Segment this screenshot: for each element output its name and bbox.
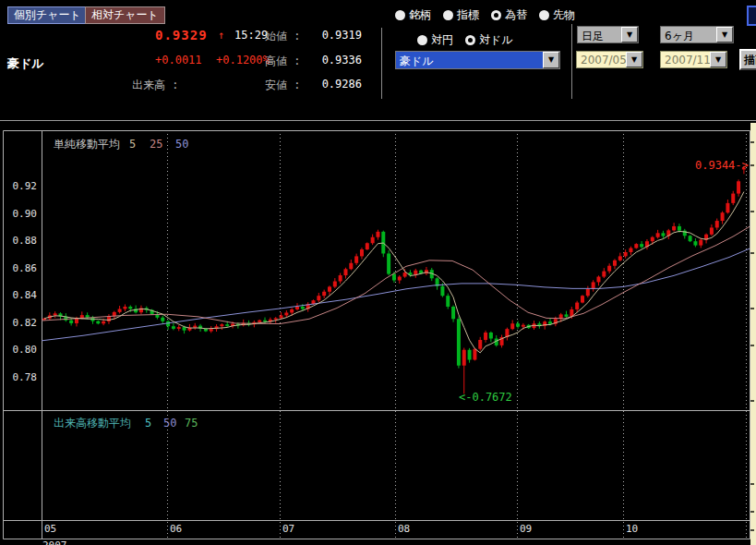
low-annotation: <-0.7672 xyxy=(459,391,512,404)
y-axis-labels: 0.920.900.880.860.840.820.800.78 xyxy=(13,180,38,383)
svg-text:08: 08 xyxy=(398,523,410,535)
svg-text:0.82: 0.82 xyxy=(13,317,38,329)
price-chart-svg: 0.920.900.880.860.840.820.800.7805060708… xyxy=(0,0,756,545)
svg-text:75: 75 xyxy=(185,417,198,430)
high-annotation: 0.9344-> xyxy=(695,159,749,172)
svg-text:単純移動平均: 単純移動平均 xyxy=(54,138,120,151)
svg-text:出来高移動平均: 出来高移動平均 xyxy=(54,417,131,430)
chart-frame xyxy=(4,131,750,539)
svg-text:07: 07 xyxy=(282,523,294,535)
svg-text:06: 06 xyxy=(170,523,182,535)
svg-text:0.90: 0.90 xyxy=(13,208,38,220)
svg-text:5: 5 xyxy=(145,417,151,430)
x-axis-labels: 0506070809102007 xyxy=(42,523,638,545)
svg-text:10: 10 xyxy=(626,523,638,535)
svg-text:0.78: 0.78 xyxy=(13,371,38,383)
fx-chart-window: { "tabs": { "individual": "個別チャート", "rel… xyxy=(0,0,756,545)
volume-legend: 出来高移動平均55075 xyxy=(54,417,198,430)
svg-text:50: 50 xyxy=(175,138,188,151)
svg-text:0.88: 0.88 xyxy=(13,235,38,247)
svg-text:50: 50 xyxy=(163,417,176,430)
svg-text:5: 5 xyxy=(129,138,136,151)
svg-text:0.92: 0.92 xyxy=(13,180,38,192)
price-legend: 単純移動平均52550 xyxy=(54,138,188,151)
candles-group xyxy=(42,166,746,394)
svg-text:0.80: 0.80 xyxy=(13,344,38,356)
svg-text:0.84: 0.84 xyxy=(13,289,38,301)
svg-text:25: 25 xyxy=(150,138,162,151)
svg-text:0.86: 0.86 xyxy=(13,262,38,274)
svg-text:09: 09 xyxy=(520,523,532,535)
svg-text:05: 05 xyxy=(44,523,56,535)
x-axis-year-label: 2007 xyxy=(42,539,67,545)
